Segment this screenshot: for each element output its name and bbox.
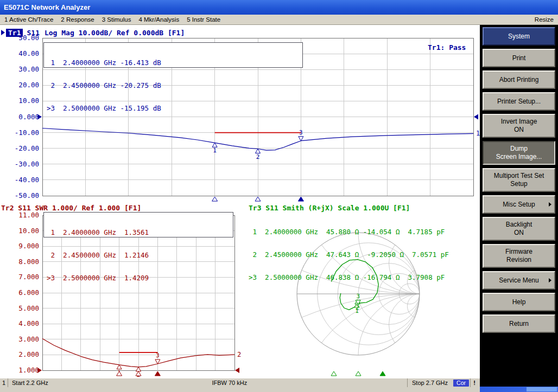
softkey-system[interactable]: System — [483, 27, 555, 46]
softkey-label: Setup — [510, 180, 527, 188]
tr1-limit-status: Tr1: Pass — [428, 43, 466, 52]
status-ifbw: IFBW 70 kHz — [212, 380, 247, 386]
tr2-y-axis-tick: 11.00 — [3, 211, 39, 219]
tr2-y-axis-tick: 10.00 — [3, 227, 39, 235]
softkey-dump-screen-image[interactable]: DumpScreen Image... — [483, 141, 555, 165]
menu-active-ch-trace[interactable]: 1 Active Ch/Trace — [4, 16, 53, 23]
tr3-marker-row-1: 1 2.4000000 GHz 45.880 Ω -14.054 Ω 4.718… — [249, 228, 449, 236]
tr2-y-axis-tick: 8.000 — [3, 258, 39, 266]
tr3-marker-row-3: >3 2.5000000 GHz 46.838 Ω -16.794 Ω 3.79… — [249, 274, 449, 281]
tr1-marker-row-3: >3 2.5000000 GHz -15.195 dB — [47, 105, 300, 112]
tr2-y-axis-tick: 3.000 — [3, 336, 39, 343]
tr1-marker-row-2: 2 2.4500000 GHz -20.275 dB — [47, 82, 300, 89]
softkey-print[interactable]: Print — [483, 49, 555, 67]
softkey-service-menu[interactable]: Service Menu — [483, 271, 555, 290]
softkey-label: Service Menu — [499, 277, 538, 285]
submenu-arrow-icon — [549, 202, 551, 207]
softkey-firmware-revision[interactable]: FirmwareRevision — [483, 244, 555, 268]
softkey-label: System — [508, 33, 530, 41]
taskbar-fragment — [480, 387, 558, 392]
e5071c-window: E5071C Network Analyzer 1 Active Ch/Trac… — [0, 0, 558, 392]
tr3-header: Tr3 S11 Smith (R+jX) Scale 1.000U [F1] — [249, 203, 410, 212]
menu-instr-state[interactable]: 5 Instr State — [187, 16, 220, 23]
softkey-misc-setup[interactable]: Misc Setup — [483, 195, 555, 214]
softkey-label: ON — [514, 126, 524, 134]
softkey-backlight-on[interactable]: BacklightON — [483, 217, 555, 241]
tr1-trace-number: 1 — [476, 130, 480, 137]
window-title: E5071C Network Analyzer — [4, 3, 90, 11]
softkey-label: Backlight — [506, 221, 532, 229]
tr1-y-axis-tick: 10.00 — [3, 97, 39, 105]
menu-stimulus[interactable]: 3 Stimulus — [102, 16, 131, 23]
tr3-marker-row-2: 2 2.4500000 GHz 47.643 Ω -9.2050 Ω 7.057… — [249, 251, 449, 259]
softkey-label: Help — [512, 298, 526, 306]
tr1-y-axis-tick: 40.00 — [3, 50, 39, 57]
tr2-marker-readout: 1 2.4000000 GHz 1.3561 2 2.4500000 GHz 1… — [43, 212, 233, 237]
tr3-marker-readout: 1 2.4000000 GHz 45.880 Ω -14.054 Ω 4.718… — [249, 213, 449, 297]
tr1-marker-row-1: 1 2.4000000 GHz -16.413 dB — [47, 59, 300, 67]
menu-response[interactable]: 2 Response — [61, 16, 94, 23]
tr1-y-axis-tick: -20.00 — [3, 145, 39, 152]
tr1-y-axis-tick: 0.000 — [3, 113, 39, 121]
softkey-label: Abort Printing — [499, 76, 539, 84]
tr1-y-axis-tick: -50.00 — [3, 192, 39, 200]
softkey-help[interactable]: Help — [483, 293, 555, 311]
status-start-frequency: Start 2.2 GHz — [8, 380, 52, 386]
status-bar: 1 Start 2.2 GHz IFBW 70 kHz Stop 2.7 GHz… — [0, 378, 480, 387]
softkey-label: Misc Setup — [503, 201, 535, 209]
tr2-marker-row-2: 2 2.4500000 GHz 1.2146 — [47, 252, 230, 259]
smith-stimulus-markers — [331, 371, 385, 376]
tr2-y-axis-tick: 9.000 — [3, 242, 39, 250]
softkey-invert-image-on[interactable]: Invert ImageON — [483, 114, 555, 138]
softkey-label: Screen Image... — [496, 153, 542, 161]
softkey-label: Dump — [510, 145, 528, 153]
marker-number-label: 3 — [156, 352, 160, 359]
softkey-label: ON — [514, 229, 524, 237]
marker-number-label: 2 — [356, 304, 359, 311]
tr1-y-axis-tick: 50.00 — [3, 34, 39, 42]
tr2-marker-row-1: 1 2.4000000 GHz 1.3561 — [47, 229, 230, 236]
tr1-y-axis-tick: -10.00 — [3, 129, 39, 137]
tr1-format-label: Log Mag 10.00dB/ Ref 0.000dB [F1] — [45, 29, 185, 37]
status-channel: 1 — [0, 378, 8, 387]
softkey-multiport-test-set-setup[interactable]: Multiport Test SetSetup — [483, 168, 555, 192]
tr1-y-axis-tick: 20.00 — [3, 81, 39, 89]
tr2-trace-number: 2 — [237, 351, 241, 358]
display-area: 12311232123 Tr1 S11 Log Mag 10.00dB/ Ref… — [0, 25, 480, 378]
tr2-marker-row-3: >3 2.5000000 GHz 1.4209 — [47, 274, 230, 282]
softkey-label: Multiport Test Set — [494, 172, 544, 180]
tr2-y-axis-tick: 1.000 — [3, 367, 39, 374]
softkey-label: Firmware — [505, 248, 532, 256]
title-bar: E5071C Network Analyzer — [0, 0, 558, 15]
marker-number-label: 2 — [256, 153, 260, 160]
softkey-abort-printing[interactable]: Abort Printing — [483, 70, 555, 89]
status-alert-indicator: ! — [470, 378, 478, 387]
taskbar-tray-fragment — [527, 387, 557, 391]
menu-mkr-analysis[interactable]: 4 Mkr/Analysis — [138, 16, 179, 23]
softkey-return[interactable]: Return — [483, 314, 555, 333]
status-correction-badge: Cor — [453, 380, 469, 387]
tr1-y-axis-tick: -40.00 — [3, 176, 39, 184]
menu-resize[interactable]: Resize — [535, 16, 554, 23]
softkey-label: Return — [509, 320, 529, 328]
marker-number-label: 1 — [213, 147, 217, 154]
marker-number-label: 3 — [299, 129, 303, 136]
tr1-marker-readout: 1 2.4000000 GHz -16.413 dB 2 2.4500000 G… — [43, 42, 303, 68]
tr2-y-axis-tick: 6.000 — [3, 289, 39, 297]
softkey-label: Invert Image — [501, 118, 537, 126]
tr3-header-label[interactable]: Tr3 S11 Smith (R+jX) Scale 1.000U [F1] — [249, 204, 410, 212]
tr2-y-axis-tick: 4.000 — [3, 320, 39, 327]
softkey-panel: SystemPrintAbort PrintingPrinter Setup..… — [480, 25, 558, 392]
tr1-y-axis-tick: 30.00 — [3, 66, 39, 73]
softkey-label: Printer Setup... — [497, 98, 541, 106]
softkey-label: Print — [512, 54, 526, 62]
submenu-arrow-icon — [549, 278, 551, 282]
tr2-y-axis-tick: 7.000 — [3, 273, 39, 281]
status-stop-frequency: Stop 2.7 GHz — [407, 378, 452, 387]
bottom-strip — [0, 387, 480, 392]
tr1-y-axis-tick: -30.00 — [3, 160, 39, 168]
softkey-printer-setup[interactable]: Printer Setup... — [483, 92, 555, 111]
tr2-y-axis-tick: 5.000 — [3, 305, 39, 312]
softkey-label: Revision — [506, 256, 531, 264]
menu-bar: 1 Active Ch/Trace 2 Response 3 Stimulus … — [0, 15, 558, 25]
